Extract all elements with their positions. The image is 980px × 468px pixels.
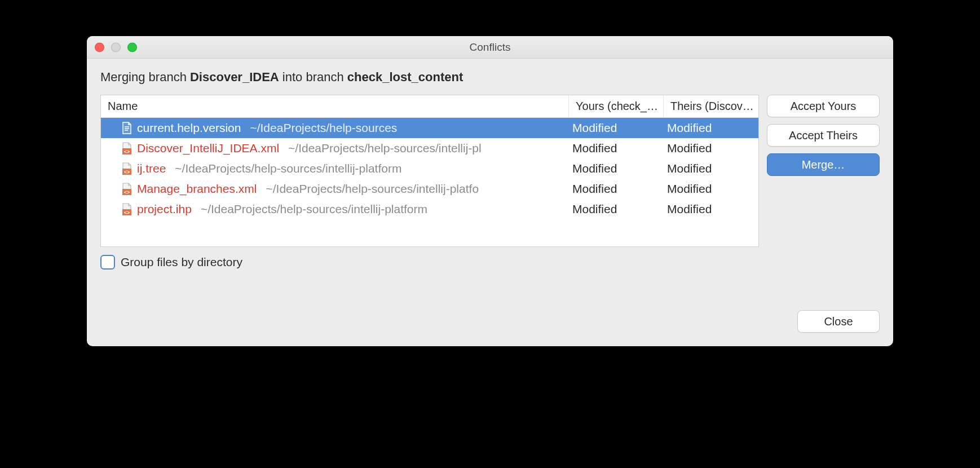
file-path: ~/IdeaProjects/help-sources/intellij-pla… — [201, 202, 427, 216]
heading-mid: into branch — [279, 70, 347, 84]
text-file-icon — [121, 121, 133, 135]
cell-name: <> ij.tree~/IdeaProjects/help-sources/in… — [101, 162, 569, 175]
svg-text:<>: <> — [124, 189, 130, 195]
markup-file-icon: <> — [121, 182, 133, 196]
table-header: Name Yours (check_… Theirs (Discov… — [101, 95, 758, 118]
accept-yours-button[interactable]: Accept Yours — [767, 95, 880, 117]
heading-from: Discover_IDEA — [190, 70, 279, 84]
cell-theirs: Modified — [664, 142, 758, 155]
file-path: ~/IdeaProjects/help-sources — [250, 121, 397, 135]
svg-text:<>: <> — [124, 149, 130, 154]
file-name: current.help.version — [137, 121, 241, 135]
cell-yours: Modified — [569, 182, 664, 196]
conflicts-table: Name Yours (check_… Theirs (Discov… curr… — [100, 95, 759, 247]
accept-theirs-button[interactable]: Accept Theirs — [767, 124, 880, 147]
close-icon[interactable] — [95, 42, 104, 52]
group-by-directory-checkbox[interactable] — [100, 255, 115, 270]
merge-heading: Merging branch Discover_IDEA into branch… — [100, 70, 880, 85]
table-row[interactable]: <> ij.tree~/IdeaProjects/help-sources/in… — [101, 158, 758, 179]
window-title: Conflicts — [87, 41, 893, 54]
minimize-icon — [111, 42, 121, 52]
file-name: Discover_IntelliJ_IDEA.xml — [137, 142, 279, 155]
cell-name: current.help.version~/IdeaProjects/help-… — [101, 121, 569, 135]
file-name: project.ihp — [137, 202, 192, 216]
conflicts-dialog: Conflicts Merging branch Discover_IDEA i… — [87, 36, 893, 346]
column-header-name[interactable]: Name — [101, 95, 569, 117]
file-name: ij.tree — [137, 162, 166, 175]
cell-yours: Modified — [569, 142, 664, 155]
column-header-yours[interactable]: Yours (check_… — [569, 95, 664, 117]
heading-to: check_lost_content — [347, 70, 463, 84]
markup-file-icon: <> — [121, 202, 133, 216]
traffic-lights — [95, 42, 137, 52]
heading-pre: Merging branch — [100, 70, 190, 84]
cell-theirs: Modified — [664, 202, 758, 216]
markup-file-icon: <> — [121, 142, 133, 155]
cell-theirs: Modified — [664, 121, 758, 135]
svg-text:<>: <> — [124, 169, 130, 175]
file-path: ~/IdeaProjects/help-sources/intellij-pl — [288, 142, 482, 155]
file-path: ~/IdeaProjects/help-sources/intellij-pla… — [266, 182, 479, 196]
cell-theirs: Modified — [664, 162, 758, 175]
cell-name: <> Discover_IntelliJ_IDEA.xml~/IdeaProje… — [101, 142, 569, 155]
cell-yours: Modified — [569, 202, 664, 216]
table-row[interactable]: current.help.version~/IdeaProjects/help-… — [101, 118, 758, 138]
svg-text:<>: <> — [124, 210, 130, 215]
table-row[interactable]: <> project.ihp~/IdeaProjects/help-source… — [101, 199, 758, 219]
file-path: ~/IdeaProjects/help-sources/intellij-pla… — [175, 162, 401, 175]
cell-name: <> project.ihp~/IdeaProjects/help-source… — [101, 202, 569, 216]
table-row[interactable]: <> Discover_IntelliJ_IDEA.xml~/IdeaProje… — [101, 138, 758, 158]
merge-button[interactable]: Merge… — [767, 153, 880, 176]
actions-panel: Accept Yours Accept Theirs Merge… — [767, 95, 880, 247]
table-row[interactable]: <> Manage_branches.xml~/IdeaProjects/hel… — [101, 179, 758, 199]
file-name: Manage_branches.xml — [137, 182, 257, 196]
titlebar[interactable]: Conflicts — [87, 36, 893, 59]
cell-name: <> Manage_branches.xml~/IdeaProjects/hel… — [101, 182, 569, 196]
cell-yours: Modified — [569, 162, 664, 175]
close-button[interactable]: Close — [797, 310, 880, 333]
cell-yours: Modified — [569, 121, 664, 135]
column-header-theirs[interactable]: Theirs (Discov… — [664, 95, 758, 117]
group-by-directory-label: Group files by directory — [121, 255, 242, 269]
cell-theirs: Modified — [664, 182, 758, 196]
markup-file-icon: <> — [121, 162, 133, 175]
zoom-icon[interactable] — [127, 42, 137, 52]
